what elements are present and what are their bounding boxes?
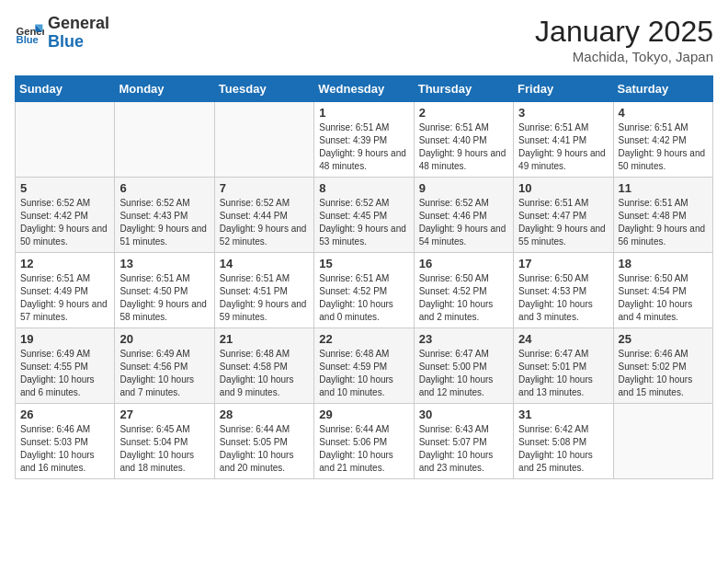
day-cell: 30Sunrise: 6:43 AM Sunset: 5:07 PM Dayli… [414, 404, 513, 479]
day-info: Sunrise: 6:45 AM Sunset: 5:04 PM Dayligh… [119, 423, 209, 475]
logo-general: General [48, 14, 109, 32]
day-info: Sunrise: 6:51 AM Sunset: 4:49 PM Dayligh… [20, 272, 109, 324]
day-info: Sunrise: 6:52 AM Sunset: 4:43 PM Dayligh… [119, 197, 209, 248]
header-wednesday: Wednesday [314, 76, 414, 102]
day-number: 5 [20, 181, 109, 195]
day-cell: 11Sunrise: 6:51 AM Sunset: 4:48 PM Dayli… [613, 178, 712, 253]
day-number: 25 [619, 332, 708, 346]
day-number: 26 [20, 408, 109, 421]
day-number: 18 [619, 257, 708, 270]
day-cell: 21Sunrise: 6:48 AM Sunset: 4:58 PM Dayli… [214, 328, 313, 404]
day-cell: 12Sunrise: 6:51 AM Sunset: 4:49 PM Dayli… [16, 253, 115, 328]
day-cell: 19Sunrise: 6:49 AM Sunset: 4:55 PM Dayli… [16, 328, 115, 404]
day-info: Sunrise: 6:42 AM Sunset: 5:08 PM Dayligh… [518, 423, 608, 475]
day-cell: 6Sunrise: 6:52 AM Sunset: 4:43 PM Daylig… [115, 178, 214, 253]
day-cell: 27Sunrise: 6:45 AM Sunset: 5:04 PM Dayli… [115, 404, 214, 479]
calendar-subtitle: Machida, Tokyo, Japan [535, 49, 713, 64]
day-cell [613, 404, 712, 479]
day-cell: 2Sunrise: 6:51 AM Sunset: 4:40 PM Daylig… [414, 102, 513, 178]
calendar-header: SundayMondayTuesdayWednesdayThursdayFrid… [16, 76, 713, 102]
day-info: Sunrise: 6:47 AM Sunset: 5:00 PM Dayligh… [419, 348, 508, 399]
day-number: 11 [619, 181, 708, 195]
day-number: 1 [319, 106, 408, 120]
day-info: Sunrise: 6:50 AM Sunset: 4:53 PM Dayligh… [518, 272, 608, 324]
day-info: Sunrise: 6:51 AM Sunset: 4:42 PM Dayligh… [619, 121, 708, 173]
day-cell [16, 102, 115, 178]
day-cell: 25Sunrise: 6:46 AM Sunset: 5:02 PM Dayli… [613, 328, 712, 404]
day-cell: 24Sunrise: 6:47 AM Sunset: 5:01 PM Dayli… [514, 328, 613, 404]
day-info: Sunrise: 6:44 AM Sunset: 5:05 PM Dayligh… [220, 423, 309, 475]
day-number: 29 [319, 408, 408, 421]
day-info: Sunrise: 6:51 AM Sunset: 4:50 PM Dayligh… [119, 272, 209, 324]
day-info: Sunrise: 6:49 AM Sunset: 4:55 PM Dayligh… [20, 348, 109, 399]
day-number: 31 [518, 408, 608, 421]
logo-blue: Blue [48, 32, 84, 51]
day-number: 3 [518, 106, 608, 120]
day-number: 19 [20, 332, 109, 346]
day-cell: 16Sunrise: 6:50 AM Sunset: 4:52 PM Dayli… [414, 253, 513, 328]
day-number: 27 [119, 408, 209, 421]
page-header: General Blue General Blue January 2025 M… [15, 15, 713, 64]
day-info: Sunrise: 6:52 AM Sunset: 4:46 PM Dayligh… [419, 197, 508, 248]
day-cell [115, 102, 214, 178]
day-info: Sunrise: 6:52 AM Sunset: 4:45 PM Dayligh… [319, 197, 408, 248]
logo: General Blue General Blue [15, 15, 109, 52]
day-cell: 1Sunrise: 6:51 AM Sunset: 4:39 PM Daylig… [314, 102, 414, 178]
day-number: 14 [220, 257, 309, 270]
calendar-title: January 2025 [535, 15, 713, 49]
day-info: Sunrise: 6:47 AM Sunset: 5:01 PM Dayligh… [518, 348, 608, 399]
day-info: Sunrise: 6:46 AM Sunset: 5:03 PM Dayligh… [20, 423, 109, 475]
day-number: 28 [220, 408, 309, 421]
day-cell: 31Sunrise: 6:42 AM Sunset: 5:08 PM Dayli… [514, 404, 613, 479]
day-number: 22 [319, 332, 408, 346]
header-monday: Monday [115, 76, 214, 102]
day-number: 15 [319, 257, 408, 270]
calendar-table: SundayMondayTuesdayWednesdayThursdayFrid… [15, 75, 713, 479]
header-thursday: Thursday [414, 76, 513, 102]
day-number: 6 [119, 181, 209, 195]
day-info: Sunrise: 6:43 AM Sunset: 5:07 PM Dayligh… [419, 423, 508, 475]
day-number: 23 [419, 332, 508, 346]
day-cell: 4Sunrise: 6:51 AM Sunset: 4:42 PM Daylig… [613, 102, 712, 178]
day-number: 10 [518, 181, 608, 195]
day-info: Sunrise: 6:50 AM Sunset: 4:52 PM Dayligh… [419, 272, 508, 324]
day-cell: 9Sunrise: 6:52 AM Sunset: 4:46 PM Daylig… [414, 178, 513, 253]
day-number: 8 [319, 181, 408, 195]
week-row-5: 26Sunrise: 6:46 AM Sunset: 5:03 PM Dayli… [16, 404, 713, 479]
day-info: Sunrise: 6:51 AM Sunset: 4:40 PM Dayligh… [419, 121, 508, 173]
day-cell: 5Sunrise: 6:52 AM Sunset: 4:42 PM Daylig… [16, 178, 115, 253]
day-info: Sunrise: 6:51 AM Sunset: 4:47 PM Dayligh… [518, 197, 608, 248]
day-number: 20 [119, 332, 209, 346]
week-row-2: 5Sunrise: 6:52 AM Sunset: 4:42 PM Daylig… [16, 178, 713, 253]
day-number: 4 [619, 106, 708, 120]
title-block: January 2025 Machida, Tokyo, Japan [535, 15, 713, 64]
day-cell: 29Sunrise: 6:44 AM Sunset: 5:06 PM Dayli… [314, 404, 414, 479]
week-row-1: 1Sunrise: 6:51 AM Sunset: 4:39 PM Daylig… [16, 102, 713, 178]
day-cell: 18Sunrise: 6:50 AM Sunset: 4:54 PM Dayli… [613, 253, 712, 328]
day-info: Sunrise: 6:51 AM Sunset: 4:39 PM Dayligh… [319, 121, 408, 173]
day-cell: 26Sunrise: 6:46 AM Sunset: 5:03 PM Dayli… [16, 404, 115, 479]
week-row-3: 12Sunrise: 6:51 AM Sunset: 4:49 PM Dayli… [16, 253, 713, 328]
day-info: Sunrise: 6:46 AM Sunset: 5:02 PM Dayligh… [619, 348, 708, 399]
header-sunday: Sunday [16, 76, 115, 102]
day-cell: 23Sunrise: 6:47 AM Sunset: 5:00 PM Dayli… [414, 328, 513, 404]
day-info: Sunrise: 6:51 AM Sunset: 4:48 PM Dayligh… [619, 197, 708, 248]
day-cell: 17Sunrise: 6:50 AM Sunset: 4:53 PM Dayli… [514, 253, 613, 328]
logo-icon: General Blue [15, 18, 44, 48]
header-saturday: Saturday [613, 76, 712, 102]
day-cell: 22Sunrise: 6:48 AM Sunset: 4:59 PM Dayli… [314, 328, 414, 404]
day-number: 2 [419, 106, 508, 120]
day-cell: 13Sunrise: 6:51 AM Sunset: 4:50 PM Dayli… [115, 253, 214, 328]
day-number: 13 [119, 257, 209, 270]
day-number: 21 [220, 332, 309, 346]
day-cell: 20Sunrise: 6:49 AM Sunset: 4:56 PM Dayli… [115, 328, 214, 404]
week-row-4: 19Sunrise: 6:49 AM Sunset: 4:55 PM Dayli… [16, 328, 713, 404]
header-friday: Friday [514, 76, 613, 102]
day-number: 24 [518, 332, 608, 346]
day-info: Sunrise: 6:52 AM Sunset: 4:44 PM Dayligh… [220, 197, 309, 248]
day-cell: 8Sunrise: 6:52 AM Sunset: 4:45 PM Daylig… [314, 178, 414, 253]
day-number: 30 [419, 408, 508, 421]
day-info: Sunrise: 6:48 AM Sunset: 4:59 PM Dayligh… [319, 348, 408, 399]
day-number: 7 [220, 181, 309, 195]
day-number: 12 [20, 257, 109, 270]
